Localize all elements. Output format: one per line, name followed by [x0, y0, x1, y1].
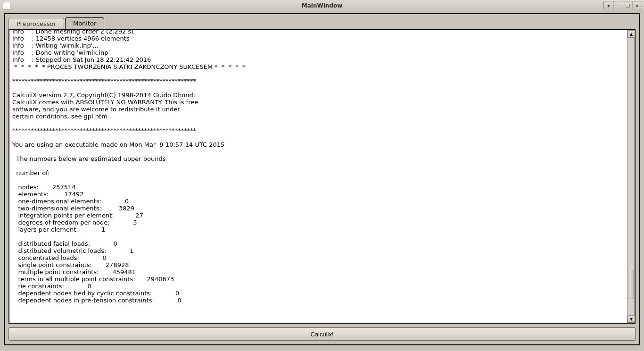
calculix-button-label: Calculix! [310, 331, 333, 338]
tab-monitor[interactable]: Monitor [65, 17, 104, 29]
bottom-bar: Calculix! [5, 327, 639, 344]
scroll-up-button[interactable]: ▲ [627, 30, 635, 38]
window-controls: ▾ ─ ❐ ✕ [603, 1, 642, 10]
tab-label: Monitor [73, 20, 96, 27]
app-icon [3, 2, 10, 9]
show-desktop-button[interactable]: ▾ [604, 1, 613, 10]
calculix-button[interactable]: Calculix! [8, 327, 636, 341]
maximize-button[interactable]: ❐ [623, 1, 632, 10]
vertical-scrollbar[interactable]: ▲ ▼ [627, 30, 635, 323]
scrollbar-thumb[interactable] [628, 270, 634, 299]
scroll-down-button[interactable]: ▼ [627, 315, 635, 323]
close-button[interactable]: ✕ [632, 1, 642, 10]
monitor-panel: Info : Done meshing order 2 (2.292 s) In… [8, 29, 636, 324]
window-title: MainWindow [0, 2, 644, 9]
os-titlebar: MainWindow ▾ ─ ❐ ✕ [0, 0, 644, 11]
minimize-button[interactable]: ─ [613, 1, 623, 10]
main-window: Preprocessor Monitor Info : Done meshing… [4, 13, 640, 345]
monitor-output[interactable]: Info : Done meshing order 2 (2.292 s) In… [9, 26, 627, 323]
